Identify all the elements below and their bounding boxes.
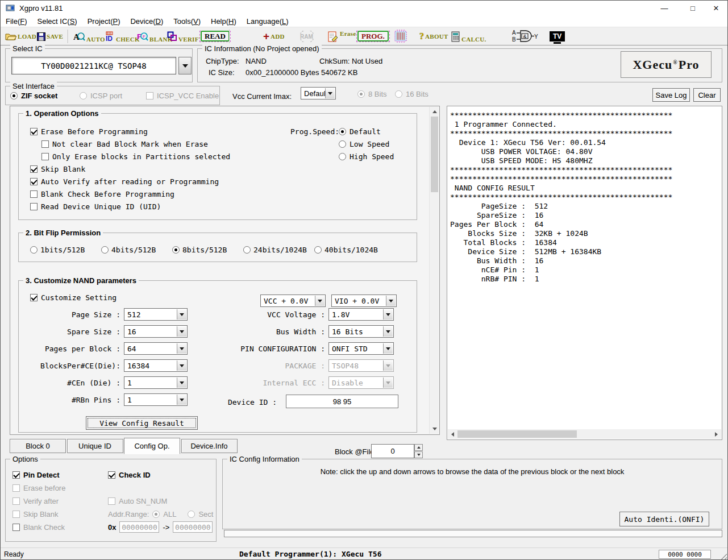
auto-sn-num-checkbox: Auto SN_NUM — [108, 497, 167, 505]
scrollbar-thumb[interactable] — [431, 117, 438, 192]
dropdown-arrow[interactable] — [383, 326, 393, 337]
skip-blank-checkbox: Skip Blank — [13, 510, 58, 518]
dropdown-arrow[interactable] — [383, 309, 393, 320]
read-button[interactable]: READ — [199, 27, 231, 45]
combo-pages-per-block[interactable]: 64 — [124, 342, 188, 355]
check-id-checkbox[interactable]: Check ID — [108, 471, 151, 479]
combo-bus-width[interactable]: 16 Bits — [328, 325, 394, 338]
prog-speed-radio-list: DefaultLow SpeedHigh Speed — [339, 125, 394, 163]
dropdown-arrow[interactable] — [325, 88, 335, 98]
close-button[interactable]: ✕ — [704, 1, 728, 15]
maximize-button[interactable]: □ — [680, 1, 705, 15]
combo-rbn-pins[interactable]: 1 — [124, 393, 188, 406]
checkbox-read-device-unique-id-uid[interactable]: Read Device Unique ID (UID) — [30, 200, 230, 213]
auto-identify-onfi-button[interactable]: Auto Identi.(ONFI) — [619, 512, 709, 526]
radio-40bits-1024b[interactable]: 40bits/1024B — [314, 246, 385, 254]
checkbox-erase-before-programming[interactable]: Erase Before Programming — [30, 125, 230, 138]
menu-item-project[interactable]: Project(P) — [82, 17, 126, 26]
dropdown-arrow[interactable] — [315, 296, 325, 306]
prog-button[interactable]: PROG. — [356, 27, 390, 45]
dropdown-arrow[interactable] — [177, 360, 186, 371]
combo-vcc-voltage[interactable]: 1.8V — [328, 308, 394, 321]
combo-blocksper-ce-die[interactable]: 16384 — [124, 359, 188, 372]
vcc-imax-combo[interactable]: Default — [301, 87, 336, 99]
selected-ic-value[interactable]: TY00D0021211KC@ TSOP48 — [11, 57, 176, 74]
dropdown-arrow[interactable] — [386, 296, 396, 306]
checkbox-auto-verify-after-reading-or-programming[interactable]: Auto Verify after reading or Programming — [30, 175, 230, 188]
menu-item-file[interactable]: File(F) — [1, 17, 32, 26]
param-row-package: PACKAGE :TSOP48 — [226, 357, 394, 374]
tab-device-info[interactable]: Device.Info — [181, 439, 238, 453]
scroll-up-arrow[interactable] — [430, 107, 439, 117]
menu-item-help[interactable]: Help(H) — [206, 17, 242, 26]
chip-test-button[interactable] — [393, 27, 409, 45]
dropdown-arrow[interactable] — [177, 326, 186, 337]
dropdown-arrow[interactable] — [177, 309, 186, 320]
radio-low-speed[interactable]: Low Speed — [339, 138, 394, 150]
vio-offset-combo[interactable]: VIO + 0.0V — [331, 294, 397, 307]
save-log-button[interactable]: Save Log — [652, 88, 690, 102]
spin-up-button[interactable] — [414, 444, 423, 451]
dropdown-arrow[interactable] — [383, 343, 393, 354]
customize-setting-checkbox[interactable]: Customize Setting — [30, 293, 117, 302]
save-button[interactable]: SAVE — [37, 27, 63, 45]
scroll-down-arrow[interactable] — [430, 424, 439, 434]
combo-cen-die[interactable]: 1 — [124, 376, 188, 389]
ic-information-group: IC Information (No Project opened) ChipT… — [197, 48, 722, 82]
checkbox-only-erase-blocks-in-partitions-selected[interactable]: Only Erase blocks in Partitions selected — [41, 150, 230, 163]
menu-item-select-ic[interactable]: Select IC(S) — [32, 17, 82, 26]
checkbox-not-clear-bad-block-mark-when-erase[interactable]: Not clear Bad Block Mark when Erase — [41, 138, 230, 150]
combo-page-size[interactable]: 512 — [124, 308, 188, 321]
scrollbar-thumb[interactable] — [457, 430, 577, 438]
menu-item-language[interactable]: Language(L) — [242, 17, 294, 26]
nand-parameters-group: 3. Customize NAND parameters Customize S… — [18, 280, 417, 433]
clear-button[interactable]: Clear — [693, 88, 721, 102]
block-at-file-field[interactable]: 0 — [371, 444, 414, 458]
radio-high-speed[interactable]: High Speed — [339, 150, 394, 163]
minimize-button[interactable]: — — [652, 1, 677, 15]
radio-24bits-1024b[interactable]: 24bits/1024B — [243, 246, 314, 254]
resize-grip[interactable] — [719, 552, 727, 560]
checkbox-skip-blank[interactable]: Skip Blank — [30, 163, 230, 175]
dropdown-arrow[interactable] — [177, 395, 186, 405]
combo-pin-configuration[interactable]: ONFI STD — [328, 342, 394, 355]
operation-options-group: 1. Operation Options Erase Before Progra… — [18, 113, 417, 220]
scroll-right-arrow[interactable] — [712, 429, 721, 439]
erase-button[interactable]: Erase — [328, 27, 356, 45]
zif-socket-radio[interactable]: ZIF socket — [10, 92, 57, 100]
calcu-button[interactable]: CALCU. — [451, 27, 486, 45]
dropdown-arrow[interactable] — [177, 343, 186, 354]
menu-item-tools[interactable]: Tools(V) — [168, 17, 206, 26]
load-button[interactable]: LOAD — [5, 27, 36, 45]
group-title: 3. Customize NAND parameters — [23, 276, 139, 285]
vcc-offset-combo[interactable]: VCC + 0.0V — [260, 294, 326, 307]
verify-button[interactable]: VERIFY — [167, 27, 203, 45]
pin-detect-checkbox[interactable]: Pin Detect — [13, 471, 60, 479]
tab-block-0[interactable]: Block 0 — [10, 439, 66, 453]
combo-spare-size[interactable]: 16 — [124, 325, 188, 338]
select-ic-dropdown-button[interactable] — [178, 57, 192, 74]
radio-1bits-512b[interactable]: 1bits/512B — [30, 246, 101, 254]
tv-button[interactable]: TV — [550, 27, 565, 45]
radio-default[interactable]: Default — [339, 125, 394, 138]
dropdown-arrow[interactable] — [177, 378, 186, 388]
add-button[interactable]: + ADD — [263, 27, 285, 45]
tab-unique-id[interactable]: Unique ID — [67, 439, 123, 453]
view-config-result-button[interactable]: View Config Resault — [86, 416, 198, 430]
bit-flip-radio-list: 1bits/512B4bits/512B8bits/512B24bits/102… — [30, 246, 385, 254]
tab-config-op[interactable]: Config Op. — [124, 438, 180, 454]
auto-button[interactable]: A AUTO — [73, 27, 105, 45]
radio-8bits-512b[interactable]: 8bits/512B — [172, 246, 243, 254]
check-button[interactable]: ID CHECK — [105, 27, 140, 45]
vertical-scrollbar[interactable] — [429, 107, 439, 434]
group-title: IC Information (No Project opened) — [202, 44, 322, 53]
about-button[interactable]: ? ABOUT — [419, 27, 448, 45]
device-id-field[interactable]: 98 95 — [286, 395, 398, 408]
scroll-left-arrow[interactable] — [448, 429, 457, 439]
radio-4bits-512b[interactable]: 4bits/512B — [101, 246, 172, 254]
spin-down-button[interactable] — [414, 451, 423, 458]
menu-item-device[interactable]: Device(D) — [125, 17, 168, 26]
checkbox-blank-check-before-programming[interactable]: Blank Check Before Programming — [30, 188, 230, 200]
horizontal-scrollbar[interactable] — [448, 429, 721, 439]
logic-gate-button[interactable]: AB&Y — [512, 27, 538, 45]
